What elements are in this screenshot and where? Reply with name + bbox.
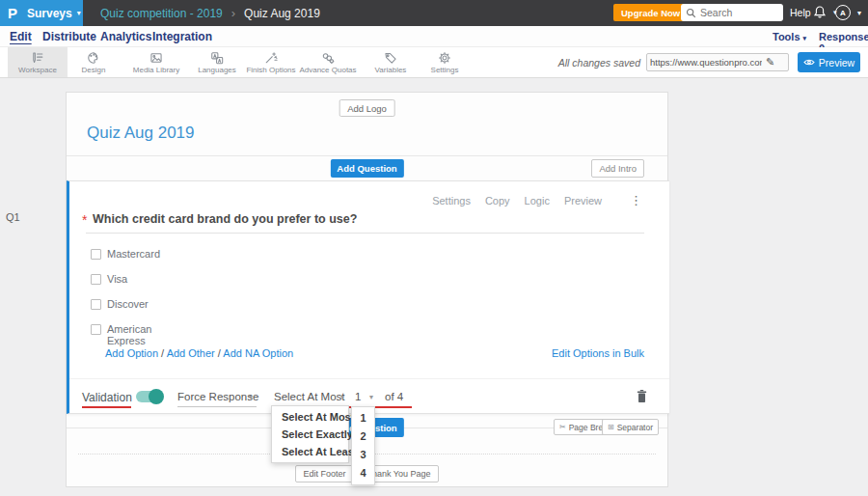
toolbar-item-label: Advance Quotas [299, 66, 356, 74]
toolbar-item-label: Design [82, 66, 106, 74]
account-menu[interactable]: A ▾ [835, 5, 861, 20]
chevron-down-icon: ▾ [340, 393, 344, 401]
breadcrumb-separator-icon: › [231, 6, 235, 20]
avatar: A [835, 5, 851, 20]
rule-dropdown-menu: Select At Most Select Exactly Select At … [271, 405, 349, 463]
edit-url-pencil-icon[interactable]: ✎ [766, 56, 774, 69]
toolbar-item-variables[interactable]: Variables [361, 47, 420, 77]
toolbar-item-languages[interactable]: Languages [187, 47, 247, 77]
editor-toolbar: Workspace Design Media Library Languages… [0, 47, 868, 78]
nav-tab-edit[interactable]: Edit [10, 30, 32, 43]
add-option-links: Add Option / Add Other / Add NA Option [105, 347, 293, 359]
add-na-option-link[interactable]: Add NA Option [223, 347, 293, 359]
surveys-menu[interactable]: P Surveys ▾ [0, 0, 83, 26]
separator-button[interactable]: ⊞ Separator [602, 419, 659, 435]
toolbar-item-advance-quotas[interactable]: Advance Quotas [298, 47, 358, 77]
question-text[interactable]: Which credit card brand do you prefer to… [93, 212, 357, 226]
count-dropdown-menu: 1 2 3 4 [351, 406, 375, 485]
search-input[interactable] [700, 7, 777, 18]
product-label: Surveys [27, 7, 72, 20]
finish-options-icon [264, 51, 278, 65]
questionpro-logo: P [8, 5, 17, 21]
survey-title[interactable]: Quiz Aug 2019 [87, 124, 195, 143]
add-logo-button[interactable]: Add Logo [339, 99, 395, 117]
question-card: Settings Copy Logic Preview ⋮ * Which cr… [67, 180, 669, 414]
section-nav: Edit Distribute Analytics Integration To… [0, 26, 868, 47]
option-label[interactable]: Discover [107, 298, 149, 310]
menu-item-count-1[interactable]: 1 [352, 409, 374, 427]
search-icon [686, 8, 696, 18]
advance-quotas-icon [321, 51, 335, 65]
question-preview-link[interactable]: Preview [564, 195, 602, 207]
tools-label: Tools [773, 31, 800, 42]
option-label[interactable]: American Express [107, 323, 151, 346]
title-divider [67, 155, 667, 156]
menu-item-count-4[interactable]: 4 [352, 464, 374, 482]
edit-footer-button[interactable]: Edit Footer [295, 465, 353, 482]
force-response-dropdown[interactable]: Force Response [177, 391, 258, 402]
toolbar-item-label: Settings [431, 66, 459, 74]
toolbar-item-finish-options[interactable]: Finish Options [241, 47, 301, 77]
nav-tab-analytics[interactable]: Analytics [100, 30, 151, 43]
validation-toggle[interactable] [136, 391, 162, 402]
workspace-icon [31, 51, 44, 65]
force-response-underline [177, 406, 257, 407]
upgrade-now-button[interactable]: Upgrade Now [613, 4, 688, 21]
nav-tab-distribute[interactable]: Distribute [42, 30, 96, 43]
question-logic-link[interactable]: Logic [525, 195, 550, 207]
separator-label: Separator [617, 423, 653, 432]
media-library-icon [149, 51, 163, 65]
help-link[interactable]: Help [790, 7, 811, 18]
toolbar-item-label: Finish Options [246, 66, 295, 74]
menu-item-count-2[interactable]: 2 [352, 427, 374, 446]
option-label[interactable]: Mastercard [107, 248, 160, 260]
breadcrumb-survey-group[interactable]: Quiz competition - 2019 [100, 7, 223, 20]
breadcrumb: Quiz competition - 2019 › Quiz Aug 2019 [100, 0, 320, 26]
question-settings-link[interactable]: Settings [432, 195, 471, 207]
toolbar-item-label: Languages [198, 66, 236, 74]
toolbar-item-label: Workspace [18, 66, 57, 74]
question-menu: Settings Copy Logic Preview ⋮ [432, 193, 642, 207]
languages-icon [210, 51, 224, 65]
menu-item-select-at-least[interactable]: Select At Least [272, 443, 348, 460]
separator-icon: ⊞ [608, 423, 614, 431]
chevron-down-icon: ▾ [803, 35, 807, 41]
chevron-down-icon: ▾ [369, 393, 373, 401]
notifications-menu[interactable]: ▾ [813, 5, 837, 19]
required-marker: * [82, 212, 87, 228]
delete-question-trash-icon[interactable] [636, 389, 648, 403]
toolbar-item-media-library[interactable]: Media Library [126, 47, 186, 77]
question-underline [86, 233, 644, 234]
chevron-down-icon: ▾ [77, 9, 81, 17]
checkbox[interactable] [91, 274, 101, 285]
checkbox[interactable] [91, 249, 101, 260]
menu-item-count-3[interactable]: 3 [352, 446, 374, 464]
tools-menu[interactable]: Tools ▾ [773, 31, 806, 42]
checkbox[interactable] [91, 299, 101, 310]
kebab-menu-icon[interactable]: ⋮ [630, 193, 642, 207]
toolbar-item-design[interactable]: Design [64, 47, 123, 77]
toolbar-item-settings[interactable]: Settings [415, 47, 475, 77]
question-copy-link[interactable]: Copy [485, 195, 510, 207]
add-intro-button[interactable]: Add Intro [591, 159, 644, 178]
validation-count-dropdown[interactable]: 1 [355, 391, 361, 402]
add-question-button-top[interactable]: Add Question [330, 159, 403, 178]
checkbox[interactable] [91, 324, 101, 335]
survey-editor-screen: P Surveys ▾ Quiz competition - 2019 › Qu… [0, 0, 868, 496]
global-search[interactable] [681, 4, 783, 21]
menu-item-select-at-most[interactable]: Select At Most [272, 408, 348, 426]
toolbar-item-workspace[interactable]: Workspace [8, 47, 68, 77]
bell-icon [813, 5, 827, 19]
preview-button[interactable]: Preview [798, 52, 860, 72]
menu-item-select-exactly[interactable]: Select Exactly [272, 426, 348, 443]
survey-url-field[interactable]: ✎ [646, 53, 789, 71]
survey-url-input[interactable] [647, 57, 765, 68]
slash-separator: / [218, 347, 221, 359]
nav-tab-integration[interactable]: Integration [152, 30, 212, 43]
edit-options-in-bulk-link[interactable]: Edit Options in Bulk [552, 347, 644, 359]
option-label[interactable]: Visa [107, 273, 127, 285]
add-option-link[interactable]: Add Option [105, 347, 158, 359]
validation-rule-dropdown[interactable]: Select At Most [274, 391, 345, 402]
add-other-link[interactable]: Add Other [167, 347, 215, 359]
toggle-knob [149, 389, 164, 404]
